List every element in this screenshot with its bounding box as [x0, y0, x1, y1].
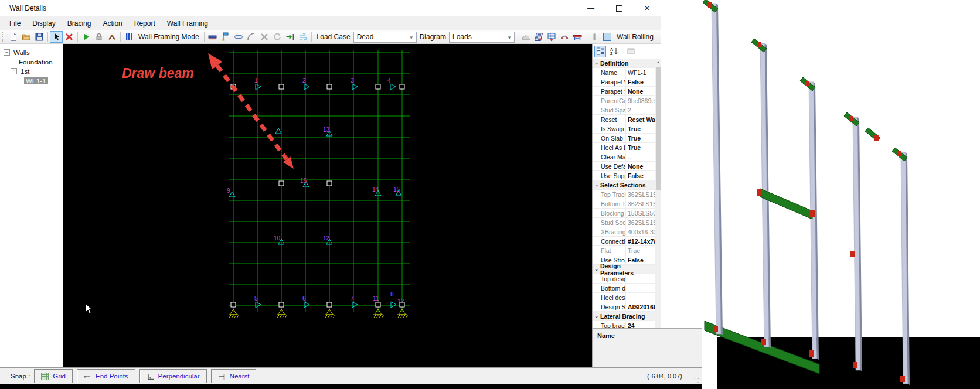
property-row[interactable]: Bottom de [593, 284, 655, 293]
lock-button[interactable] [93, 31, 106, 43]
property-pages-button[interactable] [625, 46, 637, 57]
stud-tool-button[interactable] [206, 31, 219, 43]
categorized-view-button[interactable] [594, 46, 606, 57]
report-table-button[interactable] [545, 31, 558, 43]
wind-button[interactable] [297, 31, 309, 43]
property-value[interactable]: 9bc0869e-e56e [626, 97, 655, 104]
property-row[interactable]: Blocking S150SLS50-54mi [593, 209, 655, 218]
property-value[interactable]: 362SLS155-37 [626, 219, 655, 226]
property-value[interactable]: 2 [626, 107, 655, 114]
beam-tool-button[interactable] [232, 31, 245, 43]
property-row[interactable]: Use SuppoFalse [593, 171, 655, 180]
track-tool-button[interactable] [219, 31, 232, 43]
property-row[interactable]: XBracing S400x16-33 [593, 227, 655, 237]
snap-perpendicular-button[interactable]: Perpendicular [139, 369, 207, 383]
select-tool-button[interactable] [50, 31, 63, 43]
scroll-up-icon[interactable]: ▲ [655, 59, 661, 66]
property-row[interactable]: Heel desig [593, 293, 655, 302]
run-button[interactable] [80, 31, 93, 43]
new-document-button[interactable] [7, 31, 20, 43]
i-handle[interactable] [588, 31, 601, 43]
menu-item-bracing[interactable]: Bracing [62, 17, 97, 30]
property-value[interactable]: True [626, 135, 655, 142]
property-row[interactable]: Bottom Tra362SLS155-37 [593, 199, 655, 209]
property-value[interactable]: False [626, 172, 655, 179]
sort-alphabetical-button[interactable]: AZ [608, 46, 620, 57]
property-row[interactable]: Stud Spaci2 [593, 105, 655, 115]
snap-nearest-button[interactable]: Nearst [211, 369, 257, 383]
tree-item-1st[interactable]: 1st [19, 68, 31, 75]
property-value[interactable]: True [626, 125, 655, 132]
scrollbar-thumb[interactable] [656, 67, 661, 190]
property-category[interactable]: ⌄Select Sections [593, 180, 655, 190]
property-value[interactable]: 400x16-33 [626, 228, 655, 236]
property-value[interactable]: AISI2016USA [626, 303, 655, 310]
property-value[interactable]: ... [626, 153, 655, 161]
property-value[interactable]: WF1-1 [626, 69, 655, 76]
property-category[interactable]: ⌄Lateral Bracing [593, 312, 655, 321]
resize-grip[interactable]: . . . [694, 376, 701, 383]
property-row[interactable]: FlatTrue [593, 246, 655, 255]
open-button[interactable] [20, 31, 33, 43]
property-category[interactable]: ⌄Design Parameters [593, 265, 655, 274]
property-row[interactable]: Design SpAISI2016USA [593, 302, 655, 312]
deflection-button[interactable] [519, 31, 532, 43]
delete-tool-button[interactable] [63, 31, 76, 43]
menu-item-display[interactable]: Display [26, 17, 61, 30]
property-row[interactable]: ParentGui9bc0869e-e56e [593, 96, 655, 105]
snap-endpoints-button[interactable]: End Points [77, 369, 135, 383]
property-value[interactable]: True [626, 144, 655, 151]
property-value[interactable]: True [626, 247, 655, 254]
property-value[interactable]: 150SLS50-54mi [626, 210, 655, 217]
property-row[interactable]: Parapet SuNone [593, 87, 655, 96]
roof-button[interactable] [106, 31, 118, 43]
tree-item-walls[interactable]: Walls [12, 49, 32, 56]
property-row[interactable]: ResetReset Wall [593, 115, 655, 124]
property-row[interactable]: Top Track362SLS155-37 [593, 190, 655, 199]
property-row[interactable]: Parapet WFalse [593, 77, 655, 87]
property-category[interactable]: ⌄Definition [593, 59, 655, 68]
property-row[interactable]: Connectio#12-14x7/8[ [593, 237, 655, 246]
collapse-icon[interactable]: − [11, 68, 17, 74]
property-row[interactable]: NameWF1-1 [593, 68, 655, 77]
strap-button[interactable] [558, 31, 571, 43]
maximize-button[interactable] [605, 0, 633, 16]
bench-button[interactable] [571, 31, 584, 43]
property-row[interactable]: Clear Man... [593, 152, 655, 162]
wall-rolling-button[interactable] [601, 31, 614, 43]
property-value[interactable]: #12-14x7/8[ [626, 238, 655, 245]
property-row[interactable]: Heel As LiTrue [593, 143, 655, 152]
goto-button[interactable] [284, 31, 297, 43]
property-value[interactable]: Reset Wall [626, 116, 655, 123]
property-value[interactable]: None [626, 163, 655, 170]
menu-item-action[interactable]: Action [97, 17, 128, 30]
wall-framing-mode-button[interactable] [122, 31, 135, 43]
menu-item-file[interactable]: File [4, 17, 26, 30]
property-row[interactable]: Stud Secti362SLS155-37 [593, 218, 655, 227]
property-value[interactable]: 362SLS155-37 [626, 191, 655, 198]
tree-item-foundation[interactable]: Foundation [17, 59, 55, 66]
minimize-button[interactable]: — [577, 0, 605, 16]
property-scrollbar[interactable]: ▲ ▼ [655, 59, 661, 367]
property-value[interactable]: None [626, 88, 655, 95]
tree-item-wf1-1[interactable]: WF1-1 [24, 77, 48, 84]
arc-tool-button[interactable] [245, 31, 258, 43]
property-value[interactable]: False [626, 79, 655, 86]
collapse-icon[interactable]: − [4, 49, 10, 56]
drawing-canvas[interactable]: 1234131691415101256711812Draw beam [63, 44, 592, 367]
property-row[interactable]: On SlabTrue [593, 134, 655, 143]
save-button[interactable] [33, 31, 46, 43]
delete-member-button[interactable] [258, 31, 271, 43]
close-button[interactable]: ✕ [633, 0, 661, 16]
hatch-view-button[interactable] [532, 31, 545, 43]
load-case-combobox[interactable]: Dead ▼ [353, 32, 417, 43]
property-grid[interactable]: ⌄DefinitionNameWF1-1Parapet WFalseParape… [593, 59, 655, 367]
diagram-combobox[interactable]: Loads ▼ [449, 32, 515, 43]
property-value[interactable]: 362SLS155-37 [626, 200, 655, 207]
property-row[interactable]: Use DefauNone [593, 162, 655, 171]
menu-item-wall-framing[interactable]: Wall Framing [161, 17, 214, 30]
refresh-button[interactable] [271, 31, 284, 43]
property-row[interactable]: Is SwageTrue [593, 124, 655, 134]
snap-grid-button[interactable]: Grid [34, 369, 73, 383]
menu-item-report[interactable]: Report [128, 17, 161, 30]
